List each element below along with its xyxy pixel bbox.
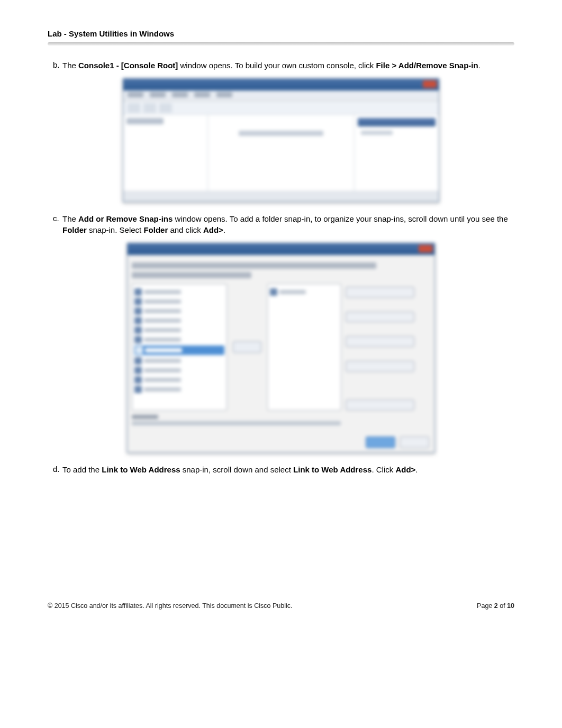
page-title: Lab - System Utilities in Windows: [48, 29, 514, 38]
page-header: Lab - System Utilities in Windows: [48, 29, 514, 46]
tree-pane: [123, 115, 208, 191]
header-divider: [48, 42, 514, 46]
available-snapins-list: [132, 284, 227, 411]
step-text: To add the Link to Web Address snap-in, …: [62, 465, 514, 475]
step-d: d. To add the Link to Web Address snap-i…: [48, 465, 514, 475]
step-marker: d.: [48, 465, 62, 475]
copyright-text: © 2015 Cisco and/or its affiliates. All …: [48, 602, 292, 609]
window-toolbar: [123, 101, 439, 115]
content-pane: [208, 115, 354, 191]
step-c: c. The Add or Remove Snap-ins window ope…: [48, 214, 514, 235]
status-bar: [123, 191, 439, 202]
step-marker: b.: [48, 60, 62, 71]
close-icon: [423, 80, 437, 88]
add-button: [233, 341, 261, 353]
window-menubar: [123, 90, 439, 101]
window-titlebar: [123, 79, 439, 90]
screenshot-console-root: [48, 78, 514, 202]
selected-snapins-list: [267, 284, 341, 411]
close-icon: [419, 245, 432, 252]
dialog-description: [132, 262, 376, 269]
ok-button: [366, 436, 395, 448]
step-text: The Console1 - [Console Root] window ope…: [62, 60, 514, 71]
edit-extensions-button: [346, 287, 414, 298]
remove-button: [346, 312, 414, 323]
cancel-button: [400, 436, 429, 448]
actions-pane: [354, 115, 439, 191]
snapin-description: [132, 415, 430, 425]
screenshot-add-remove-snapins: [48, 243, 514, 453]
move-up-button: [346, 336, 414, 347]
step-b: b. The Console1 - [Console Root] window …: [48, 60, 514, 71]
page-footer: © 2015 Cisco and/or its affiliates. All …: [48, 602, 514, 609]
dialog-titlebar: [128, 243, 434, 255]
step-marker: c.: [48, 214, 62, 235]
advanced-button: [346, 399, 414, 411]
step-text: The Add or Remove Snap-ins window opens.…: [62, 214, 514, 235]
folder-snapin-row: [134, 345, 224, 355]
move-down-button: [346, 361, 414, 372]
page-number: Page 2 of 10: [477, 602, 514, 609]
